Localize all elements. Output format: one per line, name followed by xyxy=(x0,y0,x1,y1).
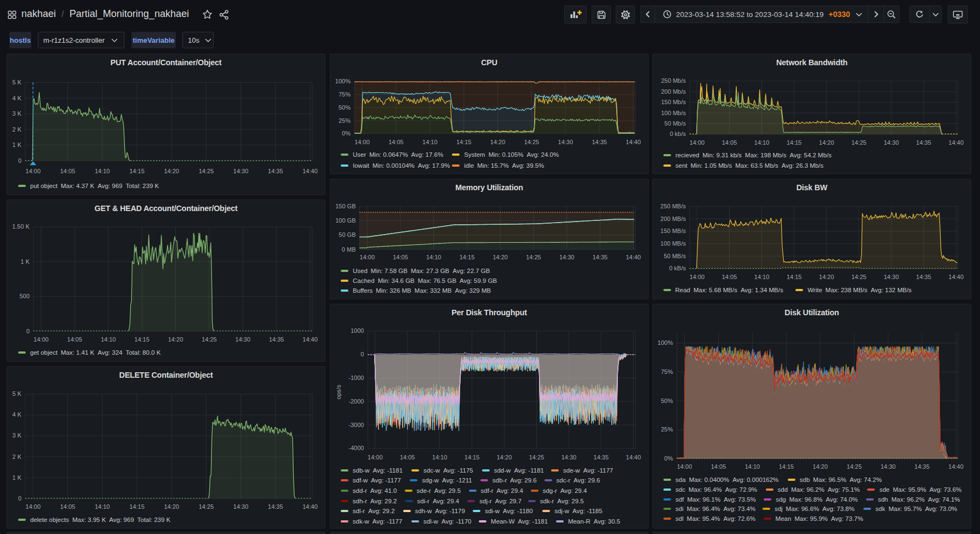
svg-text:14:20: 14:20 xyxy=(492,254,508,260)
svg-text:0: 0 xyxy=(18,495,21,502)
svg-text:14:35: 14:35 xyxy=(916,139,931,146)
svg-text:14:05: 14:05 xyxy=(388,139,404,145)
svg-text:14:30: 14:30 xyxy=(880,463,896,470)
svg-text:0: 0 xyxy=(26,328,30,334)
svg-text:0 kB/s: 0 kB/s xyxy=(669,265,686,271)
svg-text:14:15: 14:15 xyxy=(134,336,150,343)
svg-text:14:35: 14:35 xyxy=(594,454,609,461)
svg-text:5 K: 5 K xyxy=(12,390,21,397)
svg-text:14:35: 14:35 xyxy=(269,336,284,343)
svg-text:50%: 50% xyxy=(661,397,673,404)
svg-text:4 K: 4 K xyxy=(12,95,21,101)
svg-text:14:10: 14:10 xyxy=(432,454,448,461)
svg-text:14:05: 14:05 xyxy=(711,463,726,470)
svg-text:14:25: 14:25 xyxy=(847,463,862,470)
svg-text:14:25: 14:25 xyxy=(851,139,867,146)
svg-text:14:30: 14:30 xyxy=(233,168,249,174)
svg-text:14:40: 14:40 xyxy=(949,139,964,146)
svg-text:200 Mb/s: 200 Mb/s xyxy=(661,88,686,95)
svg-text:-4000: -4000 xyxy=(348,445,364,451)
svg-text:14:40: 14:40 xyxy=(626,454,641,461)
svg-text:150 GB: 150 GB xyxy=(335,203,356,209)
svg-text:14:05: 14:05 xyxy=(722,274,737,280)
svg-text:50 GB: 50 GB xyxy=(339,231,356,238)
svg-text:250 MB/s: 250 MB/s xyxy=(661,203,686,209)
svg-text:1 K: 1 K xyxy=(12,474,21,481)
svg-text:2 K: 2 K xyxy=(12,126,21,133)
svg-text:14:15: 14:15 xyxy=(129,168,145,174)
svg-text:25%: 25% xyxy=(339,117,351,124)
svg-text:14:00: 14:00 xyxy=(368,454,383,461)
svg-text:100%: 100% xyxy=(335,78,351,84)
svg-text:150 MB/s: 150 MB/s xyxy=(661,228,686,234)
svg-text:0: 0 xyxy=(360,351,364,357)
svg-text:14:40: 14:40 xyxy=(626,139,641,145)
svg-text:14:25: 14:25 xyxy=(199,503,214,510)
svg-text:14:15: 14:15 xyxy=(456,139,472,145)
svg-text:1000: 1000 xyxy=(351,327,364,334)
svg-text:14:15: 14:15 xyxy=(787,274,802,280)
svg-text:14:15: 14:15 xyxy=(779,463,794,470)
svg-text:14:05: 14:05 xyxy=(67,336,83,343)
svg-text:100 Mb/s: 100 Mb/s xyxy=(661,110,686,116)
svg-text:14:05: 14:05 xyxy=(60,503,76,510)
svg-text:14:10: 14:10 xyxy=(101,336,116,343)
svg-text:14:20: 14:20 xyxy=(164,503,179,510)
svg-text:14:10: 14:10 xyxy=(754,274,770,280)
svg-text:14:30: 14:30 xyxy=(884,139,899,146)
svg-text:14:35: 14:35 xyxy=(592,139,607,145)
svg-text:14:25: 14:25 xyxy=(524,139,540,145)
svg-text:150 Mb/s: 150 Mb/s xyxy=(661,99,686,105)
svg-text:ops/s: ops/s xyxy=(335,384,342,399)
svg-text:-2000: -2000 xyxy=(348,398,364,405)
svg-text:14:10: 14:10 xyxy=(95,503,110,510)
svg-text:14:00: 14:00 xyxy=(677,463,692,470)
svg-text:14:30: 14:30 xyxy=(559,254,575,260)
svg-text:0 kb/s: 0 kb/s xyxy=(670,130,686,137)
svg-text:1.50 K: 1.50 K xyxy=(12,223,30,230)
svg-text:3 K: 3 K xyxy=(12,110,21,117)
svg-text:14:40: 14:40 xyxy=(949,274,964,280)
svg-text:50 Mb/s: 50 Mb/s xyxy=(664,120,686,127)
svg-text:14:40: 14:40 xyxy=(626,254,641,260)
svg-text:14:35: 14:35 xyxy=(914,463,930,470)
svg-text:14:30: 14:30 xyxy=(561,454,577,461)
svg-text:14:10: 14:10 xyxy=(426,254,442,260)
svg-text:14:35: 14:35 xyxy=(268,503,283,510)
svg-text:14:25: 14:25 xyxy=(199,168,214,174)
svg-text:1 K: 1 K xyxy=(12,141,21,148)
svg-text:14:30: 14:30 xyxy=(884,274,899,280)
svg-text:14:15: 14:15 xyxy=(465,454,480,461)
svg-text:14:10: 14:10 xyxy=(754,139,770,146)
svg-text:100%: 100% xyxy=(657,339,673,346)
svg-text:14:00: 14:00 xyxy=(690,139,705,146)
svg-text:250 Mb/s: 250 Mb/s xyxy=(661,77,686,84)
svg-text:2 K: 2 K xyxy=(12,453,21,460)
svg-text:14:05: 14:05 xyxy=(722,139,737,146)
svg-text:14:25: 14:25 xyxy=(526,254,541,260)
svg-text:14:40: 14:40 xyxy=(302,336,318,343)
svg-text:14:30: 14:30 xyxy=(558,139,574,145)
svg-text:50 MB/s: 50 MB/s xyxy=(664,253,686,259)
svg-text:0%: 0% xyxy=(664,455,673,462)
svg-text:14:10: 14:10 xyxy=(422,139,438,145)
svg-text:14:00: 14:00 xyxy=(26,168,41,174)
svg-text:75%: 75% xyxy=(661,368,673,375)
svg-text:14:20: 14:20 xyxy=(164,168,179,174)
svg-text:14:05: 14:05 xyxy=(400,454,415,461)
svg-text:0%: 0% xyxy=(342,130,351,137)
svg-text:14:00: 14:00 xyxy=(360,254,375,260)
svg-text:14:35: 14:35 xyxy=(916,274,931,280)
svg-text:100 GB: 100 GB xyxy=(335,217,356,224)
svg-text:14:10: 14:10 xyxy=(745,463,760,470)
svg-text:14:35: 14:35 xyxy=(593,254,608,260)
svg-text:0 MB: 0 MB xyxy=(342,246,356,253)
svg-text:14:00: 14:00 xyxy=(26,503,41,510)
svg-text:50%: 50% xyxy=(339,104,351,111)
svg-text:14:20: 14:20 xyxy=(490,139,506,145)
svg-text:14:25: 14:25 xyxy=(851,274,867,280)
svg-text:14:35: 14:35 xyxy=(268,168,283,174)
svg-text:14:20: 14:20 xyxy=(819,274,834,280)
svg-text:14:25: 14:25 xyxy=(529,454,545,461)
svg-text:25%: 25% xyxy=(661,426,673,433)
